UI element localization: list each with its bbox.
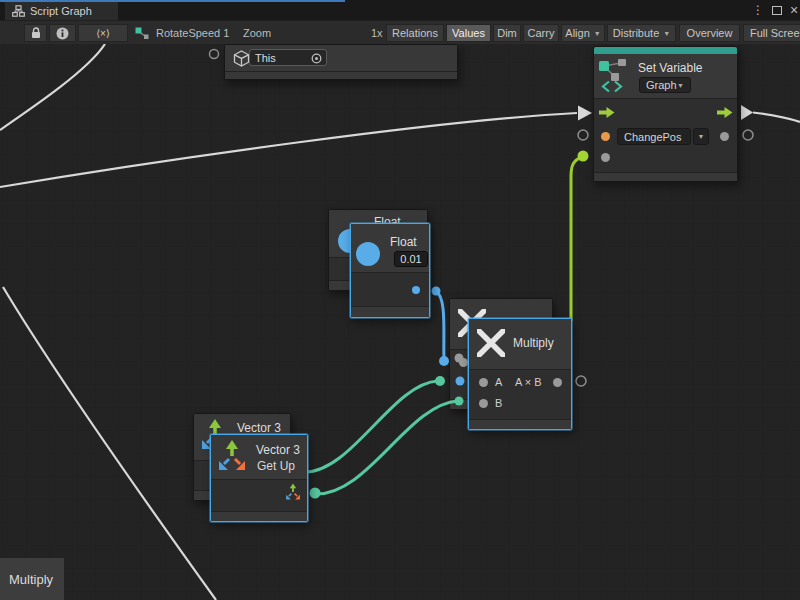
graph-hierarchy-icon [12, 5, 25, 17]
variable-scope-value: Graph [646, 79, 677, 91]
multiply-port-a[interactable] [479, 378, 488, 387]
lock-button[interactable] [24, 24, 47, 42]
script-graph-window: Script Graph ⋮ × ⟨×⟩ [0, 0, 800, 600]
get-up-footer [211, 511, 307, 521]
overview-button[interactable]: Overview [679, 24, 740, 42]
wire-blue-start[interactable] [432, 287, 441, 296]
flow-wire-topleft[interactable] [0, 44, 105, 130]
get-up-body [211, 479, 307, 512]
code-view-button[interactable]: ⟨×⟩ [78, 24, 128, 42]
values-button[interactable]: Values [446, 24, 491, 42]
flow-out-arrow-icon[interactable] [717, 106, 733, 119]
titlebar: Script Graph ⋮ × [0, 0, 800, 20]
port-ring-setvar-left[interactable] [578, 130, 588, 140]
lock-icon [31, 27, 41, 39]
wire-teal-a-endpoint[interactable] [435, 376, 445, 386]
set-variable-icon [598, 58, 632, 82]
wire-blue-float[interactable] [436, 291, 444, 360]
flow-in-arrow-icon[interactable] [599, 106, 615, 119]
flow-arrow-out [741, 105, 753, 120]
multiply-label-a: A [495, 376, 502, 388]
flow-arrow-in [578, 106, 592, 121]
get-up-type-title: Vector 3 [256, 443, 300, 457]
variable-name-dropdown[interactable]: ChangePos [617, 128, 691, 145]
float-footer [351, 306, 429, 317]
multiply-node[interactable]: Multiply A A × B B [468, 318, 572, 430]
tab-script-graph[interactable]: Script Graph [5, 2, 118, 20]
set-variable-accent [594, 47, 737, 54]
wire-lime-result[interactable] [571, 157, 583, 321]
wire-teal-a[interactable] [305, 381, 438, 472]
multiply-x-icon [477, 329, 505, 357]
set-variable-body: ChangePos ▼ [594, 98, 737, 174]
wire-lime-endpoint[interactable] [578, 151, 589, 162]
vector3-arrows-icon [217, 439, 247, 471]
window-maximize-icon[interactable] [769, 2, 785, 18]
info-icon [56, 27, 69, 40]
float-title: Float [390, 235, 417, 249]
set-variable-node[interactable]: Set Variable Graph ▼ ChangePos ▼ [593, 46, 738, 182]
tooltip-label: Multiply [9, 572, 53, 587]
flow-wire-out-right[interactable] [753, 113, 800, 123]
fullscreen-button[interactable]: Full Screen [743, 24, 800, 42]
relations-button[interactable]: Relations [386, 24, 444, 42]
window-menu-icon[interactable]: ⋮ [750, 2, 766, 18]
gameobject-cube-icon [233, 50, 250, 67]
chevron-down-icon: ▼ [698, 133, 705, 140]
variable-name-value: ChangePos [624, 131, 682, 143]
multiply-label-axb: A × B [515, 376, 542, 388]
output-value-port[interactable] [720, 132, 729, 141]
this-object-field[interactable]: This [249, 49, 327, 66]
chevron-down-icon: ▼ [663, 30, 670, 37]
multiply-body: A A × B B [469, 369, 571, 419]
multiply-footer [469, 419, 571, 429]
port-ring-setvar-right[interactable] [743, 130, 753, 140]
set-variable-title: Set Variable [638, 61, 702, 75]
align-dropdown[interactable]: Align ▼ [561, 24, 605, 42]
toolbar: ⟨×⟩ RotateSpeed 1 Zoom 1x Relations Valu… [0, 20, 800, 44]
multiply-title: Multiply [513, 336, 554, 350]
set-variable-footer [594, 172, 737, 181]
get-up-node[interactable]: Vector 3 Get Up [210, 434, 308, 522]
port-ring-this[interactable] [210, 50, 219, 59]
multiply-back-port-a[interactable] [459, 358, 468, 367]
this-object-field-value: This [255, 52, 276, 64]
multiply-port-b[interactable] [479, 399, 488, 408]
variable-name-port[interactable] [601, 132, 610, 141]
flow-wire-bottomleft[interactable] [3, 287, 216, 600]
float-node[interactable]: Float 0.01 [350, 223, 430, 318]
float-header: Float 0.01 [351, 224, 429, 272]
wire-teal-b-start[interactable] [310, 488, 321, 499]
graph-reference[interactable]: RotateSpeed 1 [135, 21, 229, 45]
input-value-port[interactable] [601, 153, 610, 162]
distribute-dropdown[interactable]: Distribute ▼ [607, 24, 676, 42]
zoom-label: Zoom [243, 21, 271, 45]
vector3-back-title: Vector 3 [237, 421, 281, 435]
graph-canvas[interactable]: This [0, 44, 800, 600]
object-picker-icon[interactable] [311, 53, 322, 64]
wire-teal-b[interactable] [315, 401, 458, 494]
float-output-port[interactable] [412, 286, 420, 294]
get-up-subtitle: Get Up [257, 459, 295, 473]
multiply-header: Multiply [469, 319, 571, 369]
port-ring-multiply-out[interactable] [576, 376, 586, 386]
wire-blue-endpoint[interactable] [439, 356, 449, 366]
tab-label: Script Graph [30, 5, 92, 17]
variable-scope-dropdown[interactable]: Graph ▼ [639, 77, 691, 93]
variable-name-dropdown-button[interactable]: ▼ [693, 128, 709, 145]
carry-button[interactable]: Carry [523, 24, 559, 42]
flow-wire-into-set-variable[interactable] [0, 113, 577, 187]
this-node[interactable]: This [224, 44, 458, 80]
vector3-mini-icon[interactable] [285, 483, 301, 500]
float-body [351, 272, 429, 306]
graph-chevrons-icon [600, 80, 624, 93]
dim-button[interactable]: Dim [493, 24, 521, 42]
chevron-down-icon: ▼ [594, 30, 601, 37]
multiply-port-result[interactable] [553, 378, 562, 387]
window-close-icon[interactable]: × [786, 2, 800, 18]
align-label: Align [565, 27, 589, 39]
float-circle-icon [356, 242, 380, 266]
float-value-field[interactable]: 0.01 [394, 251, 428, 267]
info-button[interactable] [49, 24, 76, 42]
this-node-header: This [225, 45, 457, 71]
